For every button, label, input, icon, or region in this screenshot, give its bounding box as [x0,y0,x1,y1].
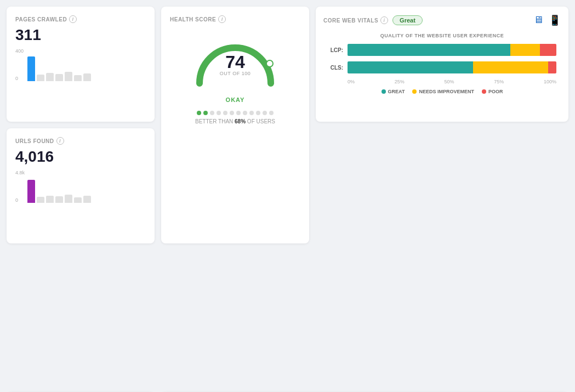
health-gauge: 74 OUT OF 100 [189,29,282,94]
lcp-row: LCP: [328,44,556,56]
vitals-chart: LCP: CLS: [323,44,561,94]
dot [230,111,234,115]
urls-found-info[interactable]: i [56,137,64,145]
cls-great-seg [348,61,473,73]
bar [46,73,54,81]
dot [243,111,247,115]
device-icons: 🖥 📱 [533,14,561,26]
urls-found-value: 4,016 [15,148,146,166]
great-badge: Great [392,15,423,25]
poor-dot [482,89,486,94]
svg-point-0 [266,60,273,67]
better-than-text: BETTER THAN 68% OF USERS [195,118,275,124]
urls-found-label: URLS FOUND i [15,137,146,145]
bar [37,75,44,81]
urls-bars [15,170,146,203]
dot [249,111,254,115]
bar [83,196,91,203]
dot [269,111,274,115]
cwv-info[interactable]: i [380,16,388,24]
dot [203,111,208,115]
dot [210,111,214,115]
bar [74,75,82,81]
bar [65,72,72,81]
lcp-poor-seg [540,44,556,56]
lcp-label: LCP: [328,47,343,53]
pages-crawled-chart: 400 0 [15,48,146,81]
pages-crawled-card: PAGES CRAWLED i 311 400 0 [7,7,155,122]
cls-label: CLS: [328,65,343,71]
lcp-bar [348,44,556,56]
dot [197,111,201,115]
lcp-great-seg [348,44,510,56]
health-score-card: HEALTH SCORE i 74 OUT OF 100 [161,7,309,243]
bar [55,74,63,81]
vitals-axis: 0% 25% 50% 75% 100% [328,79,556,84]
chart-min: 0 [15,76,18,81]
mobile-icon[interactable]: 📱 [549,14,561,26]
bar [65,195,72,203]
health-status: OKAY [226,96,245,103]
lcp-needs-seg [510,44,539,56]
core-web-vitals-card: CORE WEB VITALS i Great 🖥 📱 QUALITY OF T… [316,7,568,122]
gauge-value: 74 [220,53,251,71]
urls-chart-max: 4.8k [15,170,25,175]
gauge-out-of: OUT OF 100 [220,71,251,76]
health-score-label: HEALTH SCORE i [170,15,226,23]
urls-chart: 4.8k 0 [15,170,146,203]
pages-crawled-value: 311 [15,26,146,44]
pages-crawled-bars [15,48,146,81]
cwv-title: CORE WEB VITALS i [323,16,388,24]
cls-bar [348,61,556,73]
bar [46,196,54,203]
legend-poor: POOR [482,89,503,94]
legend-great: GREAT [382,89,405,94]
urls-found-card: URLS FOUND i 4,016 4.8k 0 [7,128,155,243]
dot [263,111,267,115]
gauge-center: 74 OUT OF 100 [220,53,251,76]
cls-row: CLS: [328,61,556,73]
bar [83,73,91,81]
bar [74,197,82,203]
progress-dots [197,111,274,115]
legend-needs: NEEDS IMPROVEMENT [412,89,474,94]
bar [27,180,35,203]
health-score-info[interactable]: i [218,15,226,23]
cls-poor-seg [548,61,556,73]
bar [55,196,63,203]
bar [27,56,35,81]
needs-dot [412,89,417,94]
quality-label: QUALITY OF THE WEBSITE USER EXPERIENCE [323,33,561,38]
pages-crawled-label: PAGES CRAWLED i [15,15,146,23]
bar [37,197,44,203]
great-dot [382,89,386,94]
desktop-icon[interactable]: 🖥 [533,14,543,26]
dot [256,111,260,115]
dot [217,111,221,115]
chart-max: 400 [15,48,24,54]
pages-crawled-info[interactable]: i [69,15,77,23]
cls-needs-seg [473,61,548,73]
dot [236,111,241,115]
urls-chart-min: 0 [15,197,18,203]
vitals-legend: GREAT NEEDS IMPROVEMENT POOR [328,89,556,94]
dot [223,111,227,115]
